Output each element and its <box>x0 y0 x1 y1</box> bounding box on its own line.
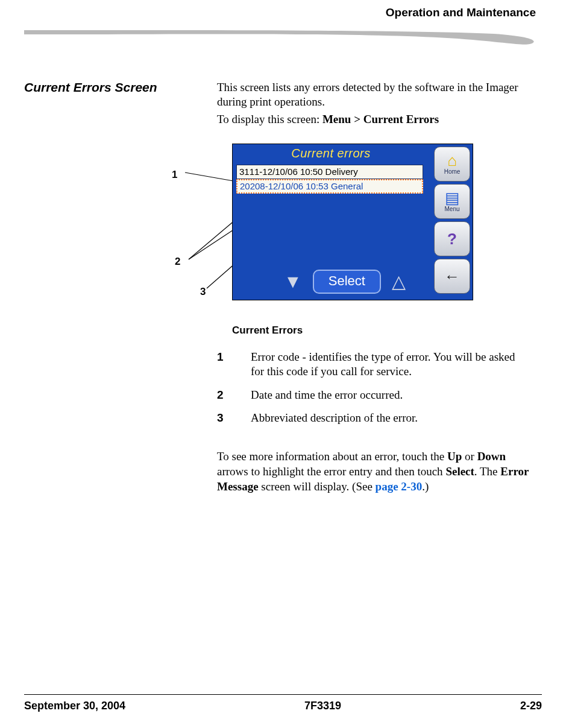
section-title: Current Errors Screen <box>24 80 217 95</box>
footer: September 30, 2004 7F3319 2-29 <box>24 694 542 712</box>
header-divider <box>24 23 542 47</box>
followup-paragraph: To see more information about an error, … <box>217 449 530 494</box>
back-button[interactable]: ← <box>434 259 470 294</box>
footer-date: September 30, 2004 <box>24 700 125 712</box>
text: arrows to highlight the error entry and … <box>217 465 445 478</box>
question-icon: ? <box>447 231 457 247</box>
text: .) <box>422 480 429 493</box>
figure: 1 2 3 Current errors 3111-12/10/06 10:5 <box>217 144 530 318</box>
text-bold: Up <box>447 450 462 463</box>
nav-path: Menu > Current Errors <box>322 113 439 125</box>
text: screen will display. (See <box>259 480 376 493</box>
menu-label: Menu <box>444 206 459 212</box>
nav-instruction: To display this screen: Menu > Current E… <box>217 112 530 127</box>
down-arrow-button[interactable]: ▼ <box>284 273 302 291</box>
callout-1: 1 <box>172 169 177 181</box>
page-link[interactable]: page 2-30 <box>376 480 423 493</box>
nav-instruction-prefix: To display this screen: <box>217 113 322 125</box>
callout-3: 3 <box>200 286 206 298</box>
legend-text: Abbreviated description of the error. <box>251 411 530 425</box>
legend-text: Error code - identifies the type of erro… <box>251 350 530 379</box>
error-row[interactable]: 3111-12/10/06 10:50 Delivery <box>236 165 423 179</box>
home-label: Home <box>444 168 461 175</box>
select-button[interactable]: Select <box>313 270 381 294</box>
text: To see more information about an error, … <box>217 450 447 463</box>
home-button[interactable]: ⌂ Home <box>434 147 470 182</box>
up-arrow-button[interactable]: △ <box>392 273 406 291</box>
menu-icon: ▤ <box>445 190 460 206</box>
legend-number: 1 <box>217 350 229 379</box>
legend-number: 3 <box>217 411 229 425</box>
footer-docnum: 7F3319 <box>304 700 341 712</box>
error-row[interactable]: 20208-12/10/06 10:53 General <box>236 179 423 194</box>
menu-button[interactable]: ▤ Menu <box>434 184 470 219</box>
legend-text: Date and time the error occurred. <box>251 388 530 402</box>
figure-caption: Current Errors <box>232 324 530 337</box>
running-header: Operation and Maintenance <box>24 0 542 19</box>
device-screen: Current errors 3111-12/10/06 10:50 Deliv… <box>232 144 473 300</box>
text-bold: Down <box>477 450 506 463</box>
text-bold: Select <box>445 465 474 478</box>
footer-page: 2-29 <box>520 700 542 712</box>
intro-paragraph: This screen lists any errors detected by… <box>217 80 530 110</box>
legend-number: 2 <box>217 388 229 402</box>
text: . The <box>474 465 500 478</box>
screen-title: Current errors <box>233 147 429 160</box>
back-arrow-icon: ← <box>444 268 460 284</box>
help-button[interactable]: ? <box>434 221 470 256</box>
home-icon: ⌂ <box>447 153 457 168</box>
text: or <box>462 450 477 463</box>
callout-2: 2 <box>175 256 180 268</box>
error-list: 3111-12/10/06 10:50 Delivery 20208-12/10… <box>236 165 423 194</box>
